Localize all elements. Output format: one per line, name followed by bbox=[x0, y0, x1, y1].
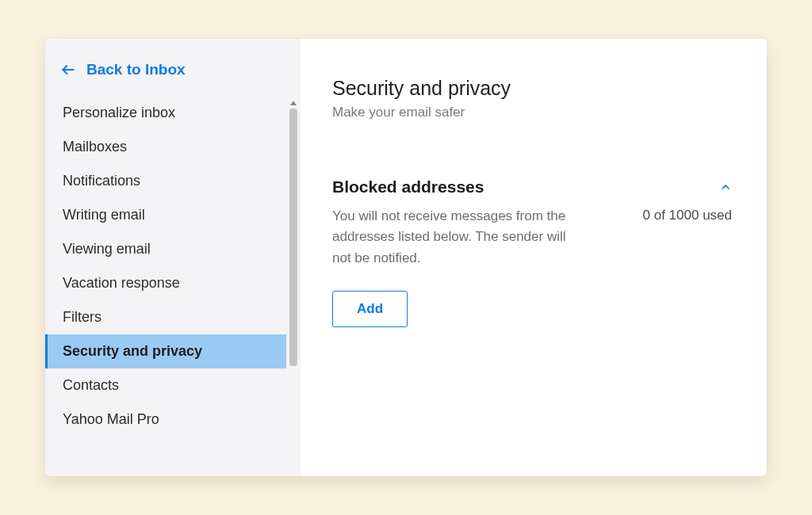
sidebar-item-label: Personalize inbox bbox=[63, 105, 175, 120]
sidebar-item-security-and-privacy[interactable]: Security and privacy bbox=[45, 334, 286, 368]
page-title: Security and privacy bbox=[332, 77, 732, 100]
sidebar-item-viewing-email[interactable]: Viewing email bbox=[45, 232, 286, 266]
svg-marker-1 bbox=[290, 101, 297, 105]
sidebar-scroll-area: Personalize inbox Mailboxes Notification… bbox=[45, 96, 301, 476]
arrow-left-icon bbox=[59, 61, 77, 78]
add-button-label: Add bbox=[357, 301, 383, 316]
blocked-addresses-body: You will not receive messages from the a… bbox=[332, 206, 732, 269]
sidebar-item-label: Contacts bbox=[63, 377, 119, 393]
scrollbar-track[interactable] bbox=[288, 97, 299, 475]
sidebar-item-mailboxes[interactable]: Mailboxes bbox=[45, 130, 286, 164]
main-content: Security and privacy Make your email saf… bbox=[301, 39, 767, 476]
sidebar-item-label: Security and privacy bbox=[63, 343, 202, 359]
sidebar-item-label: Writing email bbox=[63, 207, 145, 223]
settings-sidebar: Back to Inbox Personalize inbox Mailboxe… bbox=[45, 39, 301, 476]
section-title: Blocked addresses bbox=[332, 177, 484, 196]
sidebar-item-notifications[interactable]: Notifications bbox=[45, 164, 286, 198]
sidebar-item-label: Vacation response bbox=[63, 275, 180, 291]
sidebar-item-label: Viewing email bbox=[63, 241, 151, 257]
back-to-inbox-label: Back to Inbox bbox=[86, 61, 186, 78]
add-blocked-address-button[interactable]: Add bbox=[332, 291, 408, 327]
settings-panel: Back to Inbox Personalize inbox Mailboxe… bbox=[45, 39, 767, 476]
sidebar-item-filters[interactable]: Filters bbox=[45, 300, 286, 334]
sidebar-item-writing-email[interactable]: Writing email bbox=[45, 198, 286, 232]
sidebar-item-vacation-response[interactable]: Vacation response bbox=[45, 266, 286, 300]
sidebar-nav-list: Personalize inbox Mailboxes Notification… bbox=[45, 96, 301, 437]
sidebar-item-contacts[interactable]: Contacts bbox=[45, 368, 286, 402]
sidebar-item-label: Filters bbox=[63, 309, 102, 325]
sidebar-item-label: Mailboxes bbox=[63, 139, 127, 154]
sidebar-item-yahoo-mail-pro[interactable]: Yahoo Mail Pro bbox=[45, 402, 286, 437]
sidebar-item-label: Notifications bbox=[63, 173, 140, 189]
page-subtitle: Make your email safer bbox=[332, 105, 732, 120]
sidebar-item-label: Yahoo Mail Pro bbox=[63, 411, 159, 427]
sidebar-item-personalize-inbox[interactable]: Personalize inbox bbox=[45, 96, 286, 130]
scrollbar-thumb[interactable] bbox=[289, 109, 297, 366]
blocked-addresses-header[interactable]: Blocked addresses bbox=[332, 177, 732, 196]
section-description: You will not receive messages from the a… bbox=[332, 206, 586, 269]
scrollbar-up-arrow-icon[interactable] bbox=[288, 97, 299, 109]
chevron-up-icon[interactable] bbox=[719, 181, 732, 196]
blocked-addresses-usage: 0 of 1000 used bbox=[643, 208, 732, 223]
back-to-inbox-link[interactable]: Back to Inbox bbox=[45, 58, 301, 96]
